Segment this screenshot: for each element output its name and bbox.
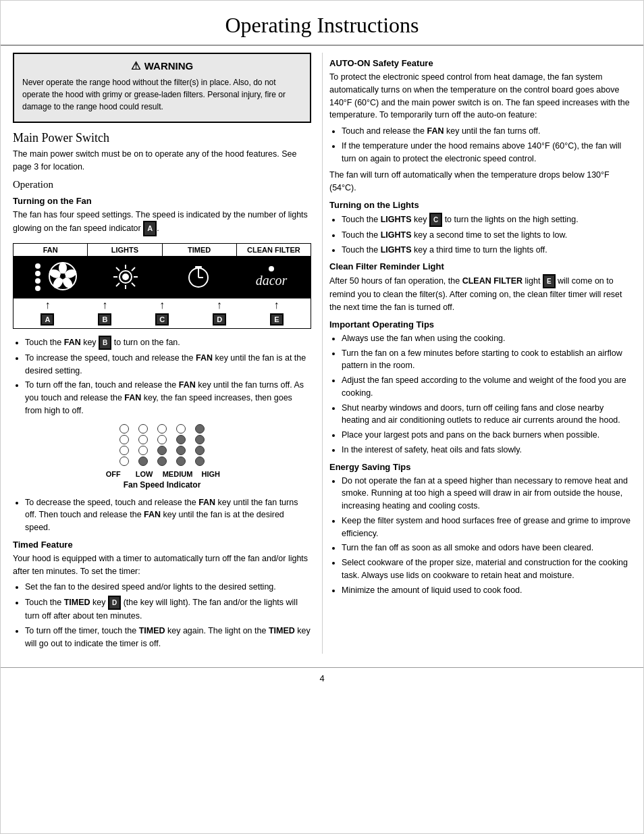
important-tips-list: Always use the fan when using the cookin… <box>329 332 631 457</box>
sc-r3c3 <box>157 446 167 455</box>
dot2 <box>35 271 41 276</box>
ctrl-label-clean-filter: CLEAN FILTER <box>237 244 311 256</box>
sc-r3c1 <box>119 446 129 455</box>
sc-r4c2 <box>138 457 148 466</box>
tip-1: Always use the fan when using the cookin… <box>342 332 631 345</box>
ctrl-label-lights: LIGHTS <box>88 244 162 256</box>
main-power-title: Main Power Switch <box>13 131 311 145</box>
sc-r4c1 <box>119 457 129 466</box>
speed-label-low: LOW <box>132 470 157 478</box>
fan-bullet-3: To turn off the fan, touch and release t… <box>25 379 311 417</box>
turning-fan-heading: Turning on the Fan <box>13 196 311 206</box>
energy-tip-3: Turn the fan off as soon as all smoke an… <box>342 542 631 554</box>
svg-line-12 <box>116 267 119 271</box>
indicator-letter-c: C <box>155 313 169 325</box>
fan-bullet-1: Touch the FAN key B to turn on the fan. <box>25 336 311 350</box>
warning-title: ⚠ WARNING <box>22 59 302 72</box>
turning-lights-heading: Turning on the Lights <box>329 200 631 210</box>
warning-text: Never operate the range hood without the… <box>22 76 302 113</box>
auto-on-bullet-2: If the temperature under the hood remain… <box>342 140 631 165</box>
energy-heading: Energy Saving Tips <box>329 462 631 472</box>
tip-5: Place your largest pots and pans on the … <box>342 429 631 442</box>
fan-bullets: Touch the FAN key B to turn on the fan. … <box>13 336 311 417</box>
warning-icon: ⚠ <box>131 59 140 72</box>
sc-r4c4 <box>176 457 186 466</box>
decrease-bullet: To decrease the speed, touch and release… <box>25 496 311 534</box>
sc-r3c2 <box>138 446 148 455</box>
lights-bullet-3: Touch the LIGHTS key a third time to tur… <box>342 244 631 257</box>
svg-rect-20 <box>195 266 202 268</box>
svg-line-15 <box>116 283 119 286</box>
important-tips-heading: Important Operating Tips <box>329 319 631 330</box>
speed-labels: OFF LOW MEDIUM HIGH <box>13 470 311 478</box>
main-power-text: The main power switch must be on to oper… <box>13 148 311 174</box>
energy-tip-2: Keep the filter system and hood surfaces… <box>342 515 631 540</box>
energy-tip-4: Select cookware of the proper size, mate… <box>342 556 631 582</box>
sc-r1c3 <box>157 424 167 434</box>
timer-icon <box>162 262 235 292</box>
auto-on-p1: To protect the electronic speed control … <box>329 71 631 122</box>
left-column: ⚠ WARNING Never operate the range hood w… <box>13 53 322 654</box>
sc-r2c4 <box>176 435 186 444</box>
page: Operating Instructions ⚠ WARNING Never o… <box>0 0 644 834</box>
tip-4: Shut nearby windows and doors, turn off … <box>342 402 631 427</box>
speed-indicator-title: Fan Speed Indicator <box>13 480 311 490</box>
dacor-area: dacor <box>235 266 308 288</box>
letter-indicators: A B C D E <box>14 312 311 328</box>
tip-3: Adjust the fan speed according to the vo… <box>342 374 631 400</box>
auto-on-heading: AUTO-ON Safety Feature <box>329 58 631 68</box>
auto-on-bullet-1: Touch and release the FAN key until the … <box>342 125 631 138</box>
sc-r2c3 <box>157 435 167 444</box>
sc-r1c4 <box>176 424 186 434</box>
dot3 <box>35 278 41 284</box>
clean-filter-p1: After 50 hours of fan operation, the CLE… <box>329 274 631 314</box>
indicator-letter-b: B <box>98 313 111 325</box>
timed-bullet-2: Touch the TIMED key D (the key will ligh… <box>25 596 311 623</box>
fan-speed-dots <box>28 261 48 294</box>
sc-r2c5 <box>195 435 205 444</box>
dacor-logo: dacor <box>256 273 288 288</box>
turning-fan-text: The fan has four speed settings. The spe… <box>13 209 311 236</box>
ctrl-label-timed: TIMED <box>163 244 237 256</box>
speed-label-medium: MEDIUM <box>163 470 193 478</box>
speed-row-2 <box>119 435 205 444</box>
arrow-d: ↑ <box>217 300 222 311</box>
arrow-e: ↑ <box>274 300 279 311</box>
fan-bullet-2: To increase the speed, touch and release… <box>25 352 311 377</box>
energy-tip-5: Minimize the amount of liquid used to co… <box>342 584 631 597</box>
ctrl-label-fan: FAN <box>14 244 88 256</box>
page-number: 4 <box>1 667 643 689</box>
timed-bullet-3: To turn off the timer, touch the TIMED k… <box>25 625 311 650</box>
sc-r4c3 <box>157 457 167 466</box>
sc-r2c2 <box>138 435 148 444</box>
indicator-letter-e: E <box>270 313 283 325</box>
arrow-b: ↑ <box>102 300 107 311</box>
speed-row-4 <box>119 457 205 466</box>
right-column: AUTO-ON Safety Feature To protect the el… <box>322 53 631 654</box>
controls-body: dacor <box>14 257 311 298</box>
svg-point-6 <box>60 273 65 279</box>
tip-2: Turn the fan on a few minutes before sta… <box>342 347 631 373</box>
dot4 <box>35 286 41 291</box>
operation-title: Operation <box>13 179 311 190</box>
auto-on-bullets: Touch and release the FAN key until the … <box>329 125 631 165</box>
clean-filter-dot <box>269 266 274 271</box>
auto-on-p2: The fan will turn off automatically when… <box>329 169 631 194</box>
timed-heading: Timed Feature <box>13 540 311 550</box>
controls-table: FAN LIGHTS TIMED CLEAN FILTER <box>13 243 311 329</box>
sc-r1c5 <box>195 424 205 434</box>
lights-bullets: Touch the LIGHTS key C to turn the light… <box>329 213 631 257</box>
speed-row-1 <box>119 424 205 434</box>
dot1 <box>35 263 41 269</box>
page-title: Operating Instructions <box>1 1 643 46</box>
clean-filter-heading: Clean Filter Reminder Light <box>329 261 631 271</box>
arrow-row: ↑ ↑ ↑ ↑ ↑ <box>14 298 311 312</box>
controls-diagram: FAN LIGHTS TIMED CLEAN FILTER <box>13 243 311 329</box>
arrow-c: ↑ <box>159 300 165 311</box>
energy-tip-1: Do not operate the fan at a speed higher… <box>342 475 631 513</box>
energy-tips-list: Do not operate the fan at a speed higher… <box>329 475 631 597</box>
sc-r1c1 <box>119 424 129 434</box>
sc-r3c4 <box>176 446 186 455</box>
indicator-letter-a: A <box>41 313 54 325</box>
warning-box: ⚠ WARNING Never operate the range hood w… <box>13 53 311 123</box>
